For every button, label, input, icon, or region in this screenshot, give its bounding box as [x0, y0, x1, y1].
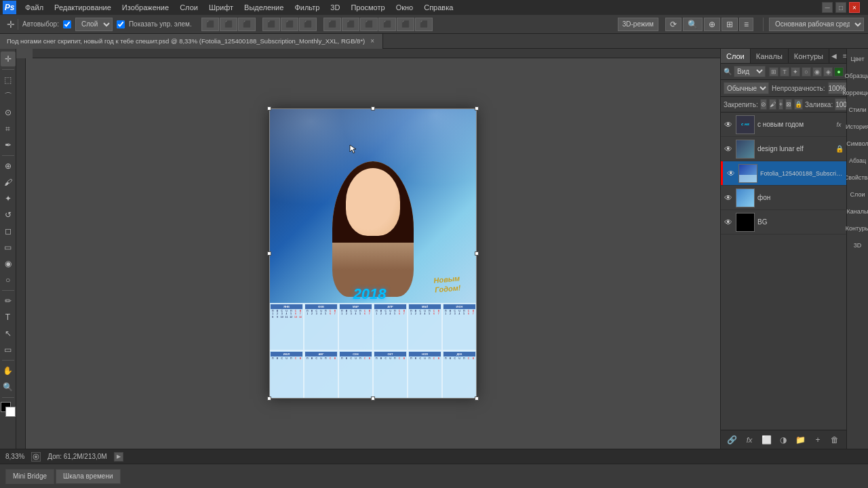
far-right-channels[interactable]: Каналы [848, 204, 867, 219]
far-right-color[interactable]: Цвет [848, 52, 867, 66]
layer-vis-3[interactable]: 👁 [724, 193, 733, 203]
zoom-preview-icon[interactable] [31, 452, 41, 462]
filter-effect-icon[interactable]: ✦ [791, 67, 800, 77]
handle-bottom-left[interactable] [267, 396, 271, 401]
menu-edit[interactable]: Редактирование [50, 2, 116, 13]
filter-type-icon[interactable]: T [780, 67, 789, 77]
distribute5-button[interactable]: ⬛ [397, 18, 414, 31]
tool-quick-select[interactable]: ⊙ [1, 105, 16, 120]
link-layers-button[interactable]: 🔗 [726, 433, 739, 447]
tool-dodge[interactable]: ○ [1, 272, 16, 287]
layer-vis-0[interactable]: 👁 [724, 120, 733, 129]
background-color[interactable] [5, 407, 16, 417]
tool-shape[interactable]: ▭ [1, 342, 16, 357]
autovybor-checkbox[interactable] [63, 20, 71, 28]
autovybor-select[interactable]: Слой [75, 18, 113, 31]
menu-font[interactable]: Шрифт [204, 2, 238, 13]
mode-3d-button[interactable]: 3D-режим [618, 18, 658, 31]
menu-image[interactable]: Изображение [117, 2, 174, 13]
lock-image-button[interactable]: 🖌 [769, 99, 776, 110]
zoom-options-button[interactable]: 🔍 [683, 18, 703, 31]
far-right-layers[interactable]: Слои [848, 187, 867, 202]
handle-left-mid[interactable] [267, 251, 271, 256]
menu-filter[interactable]: Фильтр [290, 2, 324, 13]
tab-paths[interactable]: Контуры [789, 49, 829, 63]
layer-vis-2[interactable]: 👁 [726, 169, 736, 178]
menu-help[interactable]: Справка [419, 2, 458, 13]
color-swatches[interactable] [1, 402, 16, 417]
layer-item-4[interactable]: 👁 BG [721, 210, 846, 235]
menu-file[interactable]: Файл [20, 2, 48, 13]
handle-top-left[interactable] [267, 106, 271, 110]
tool-marquee[interactable]: ⬚ [1, 73, 16, 87]
minimize-button[interactable]: ─ [822, 2, 833, 13]
extra-button[interactable]: ≡ [739, 18, 753, 31]
tool-lasso[interactable]: ⌒ [1, 89, 16, 104]
align-vmid-button[interactable]: ⬛ [281, 18, 298, 31]
lock-transparent-button[interactable]: ⊘ [760, 99, 767, 110]
filter-kind-icon[interactable]: ⊞ [769, 67, 778, 77]
filter-color-icon[interactable]: ◉ [812, 67, 822, 77]
handle-bottom-mid[interactable] [371, 396, 375, 401]
tool-spot-heal[interactable]: ⊕ [1, 159, 16, 174]
handle-bottom-right[interactable] [475, 396, 479, 401]
align-top-button[interactable]: ⬛ [262, 18, 280, 31]
far-right-3d[interactable]: 3D [848, 238, 867, 253]
tool-move[interactable]: ✛ [1, 52, 16, 66]
doc-tab[interactable]: Под ногами снег скрипит, новый год к теб… [0, 34, 383, 49]
menu-layers[interactable]: Слои [175, 2, 203, 13]
layer-vis-4[interactable]: 👁 [724, 218, 733, 227]
handle-right-mid[interactable] [475, 251, 479, 256]
tool-history-brush[interactable]: ↺ [1, 207, 16, 222]
far-right-swatches[interactable]: Образцы [848, 68, 867, 83]
add-fx-button[interactable]: fx [743, 433, 756, 447]
bottom-tab-timeline[interactable]: Шкала времени [56, 469, 120, 484]
tool-eraser[interactable]: ◻ [1, 224, 16, 239]
distribute3-button[interactable]: ⬛ [360, 18, 378, 31]
tool-blur[interactable]: ◉ [1, 256, 16, 271]
tool-text[interactable]: T [1, 310, 16, 325]
tool-zoom[interactable]: 🔍 [1, 380, 16, 394]
canvas-area[interactable]: Новым Годом! 2018 ЯНВ ПВСЧПСВ 1234567 89… [16, 49, 720, 449]
menu-select[interactable]: Выделение [239, 2, 288, 13]
far-right-paths[interactable]: Контуры [848, 221, 867, 236]
tab-layers[interactable]: Слои [721, 49, 751, 63]
tool-eyedropper[interactable]: ✒ [1, 138, 16, 152]
view-options-button[interactable]: ⟳ [665, 18, 682, 31]
maximize-button[interactable]: □ [835, 2, 846, 13]
collapse-panel-icon[interactable]: ◀ [829, 52, 839, 61]
far-right-symbol[interactable]: Символ [848, 136, 867, 151]
move-tool-icon[interactable]: ✛ [7, 19, 15, 30]
tool-path-select[interactable]: ↖ [1, 326, 16, 341]
distribute4-button[interactable]: ⬛ [378, 18, 396, 31]
distribute2-button[interactable]: ⬛ [342, 18, 359, 31]
far-right-paragraph[interactable]: Абзац [848, 153, 867, 168]
layer-item-2[interactable]: 👁 Fotolia_125400188_Subscription_Monthly… [721, 161, 846, 186]
align-left-button[interactable]: ⬛ [201, 18, 219, 31]
tool-gradient[interactable]: ▭ [1, 240, 16, 255]
tool-pen[interactable]: ✏ [1, 293, 16, 308]
tool-hand[interactable]: ✋ [1, 363, 16, 378]
workspace-select[interactable]: Основная рабочая среда [769, 18, 864, 31]
filter-smart-icon[interactable]: ◈ [823, 67, 833, 77]
distribute6-button[interactable]: ⬛ [415, 18, 433, 31]
bottom-tab-bridge[interactable]: Mini Bridge [5, 469, 54, 484]
far-right-properties[interactable]: Свойства [848, 170, 867, 185]
handle-top-right[interactable] [475, 106, 479, 110]
arrange-button[interactable]: ⊕ [704, 18, 720, 31]
tab-channels[interactable]: Каналы [751, 49, 789, 63]
doc-tab-close[interactable]: × [369, 38, 376, 45]
add-mask-button[interactable]: ⬜ [760, 433, 773, 447]
menu-window[interactable]: Окно [391, 2, 418, 13]
filter-mode-icon[interactable]: ○ [802, 67, 811, 77]
align-bottom-button[interactable]: ⬛ [299, 18, 317, 31]
handle-top-mid[interactable] [371, 106, 375, 110]
new-layer-button[interactable]: + [811, 433, 825, 447]
lock-position-button[interactable]: + [778, 99, 783, 110]
lock-artboard-button[interactable]: ⊠ [785, 99, 792, 110]
lock-all-button[interactable]: 🔒 [794, 99, 803, 110]
new-fill-button[interactable]: ◑ [776, 433, 790, 447]
delete-layer-button[interactable]: 🗑 [828, 433, 842, 447]
filter-toggle-icon[interactable]: ● [834, 67, 844, 77]
far-right-correction[interactable]: Коррекция [848, 85, 867, 100]
